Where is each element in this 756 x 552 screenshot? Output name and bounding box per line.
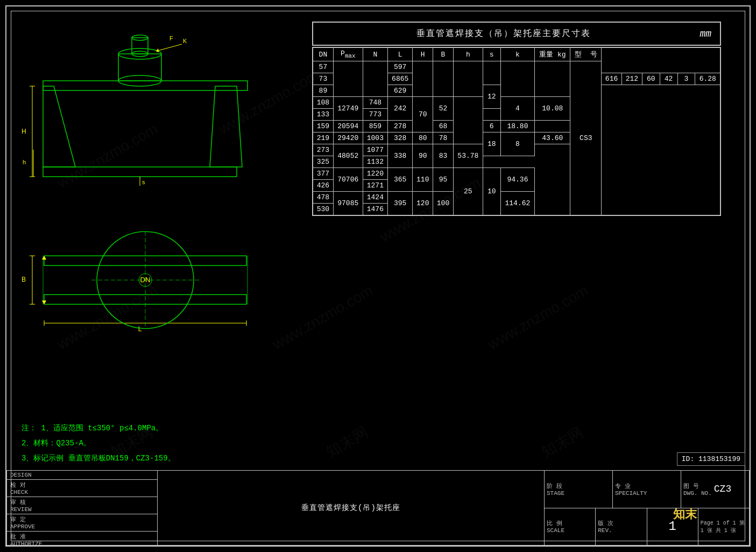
td-H3: 278 bbox=[388, 121, 413, 132]
td-H6: 365 bbox=[388, 168, 413, 192]
td-type: CS3 bbox=[570, 61, 602, 216]
td-pmax5: 48052 bbox=[333, 144, 363, 168]
td-l: 773 bbox=[363, 109, 387, 121]
td-k2: 4 bbox=[500, 97, 534, 121]
td-H4: 328 bbox=[388, 132, 413, 144]
tb-approve: 审 定APPROVE bbox=[7, 514, 157, 532]
td-H-val: 212 bbox=[621, 73, 642, 85]
tb-authorize: 批 准AUTHORIZE bbox=[7, 532, 157, 548]
table-row: 377 70706 1220 365 110 95 25 10 94.36 bbox=[313, 168, 720, 180]
table-row: 325 1132 bbox=[313, 156, 720, 168]
note-line1: 注： 1、适应范围 t≤350° p≤4.0MPa。 bbox=[22, 421, 175, 436]
tb-stage: 阶 段STAGE bbox=[545, 471, 613, 508]
td-h bbox=[453, 61, 483, 97]
td-s3 bbox=[453, 97, 483, 144]
td-k bbox=[500, 61, 534, 97]
td-B2: 70 bbox=[413, 97, 433, 132]
svg-text:L: L bbox=[138, 325, 142, 333]
td-h6: 95 bbox=[433, 168, 454, 192]
col-h-big: H bbox=[413, 47, 433, 61]
td-B7: 120 bbox=[413, 192, 433, 216]
tb-page-info: Page 1 of 1 第 1 张 共 1 张 bbox=[698, 508, 749, 546]
tb-specialty: 专 业SPECIALTY bbox=[613, 471, 681, 508]
td-k-val: 3 bbox=[677, 73, 695, 85]
table-area: 垂直管遮焊接支（吊）架托座主要尺寸表 mm DN Pmax N L H B h … bbox=[312, 22, 721, 216]
col-h-small: h bbox=[453, 47, 483, 61]
tb-rev: 版 次REV. bbox=[596, 508, 647, 546]
svg-text:K: K bbox=[183, 38, 187, 44]
col-l: L bbox=[388, 47, 413, 61]
td-dn: 426 bbox=[313, 180, 333, 192]
tb-right-top: 阶 段STAGE 专 业SPECIALTY 图 号DWG. NO. CZ3 bbox=[545, 471, 749, 508]
td-dn: 478 bbox=[313, 192, 333, 204]
notes-area: 注： 1、适应范围 t≤350° p≤4.0MPa。 2、材料：Q235-A。 … bbox=[22, 421, 175, 466]
td-pmax bbox=[333, 61, 363, 97]
td-dn: 89 bbox=[313, 85, 333, 97]
td-weight7: 114.62 bbox=[500, 192, 534, 216]
td-h-val: 42 bbox=[660, 73, 677, 85]
td-weight-val: 6.28 bbox=[695, 73, 720, 85]
svg-marker-39 bbox=[42, 256, 46, 260]
svg-text:H: H bbox=[22, 128, 26, 135]
table-unit: mm bbox=[700, 29, 711, 39]
td-B4: 80 bbox=[413, 132, 433, 144]
td-h5: 83 bbox=[433, 144, 454, 168]
td-pmax2: 12749 bbox=[333, 97, 363, 121]
data-table: DN Pmax N L H B h s k 重量 kg 型 号 57 597 C… bbox=[312, 47, 721, 216]
table-title: 垂直管遮焊接支（吊）架托座主要尺寸表 bbox=[313, 26, 694, 41]
td-dn: 159 bbox=[313, 121, 333, 132]
td-l: 1220 bbox=[363, 168, 387, 180]
td-l: 1271 bbox=[363, 180, 387, 192]
table-row: 159 20594 859 278 68 6 18.80 bbox=[313, 121, 720, 132]
td-l: 616 bbox=[602, 73, 622, 85]
col-type: 型 号 bbox=[570, 47, 602, 61]
td-s bbox=[483, 61, 500, 85]
td-dn: 73 bbox=[313, 73, 333, 85]
svg-line-11 bbox=[156, 44, 182, 51]
td-pmax6: 70706 bbox=[333, 168, 363, 192]
td-n-val: 6865 bbox=[388, 73, 413, 85]
td-l: 1424 bbox=[363, 192, 387, 204]
td-s5: 25 bbox=[453, 168, 483, 216]
td-k4: 8 bbox=[500, 132, 534, 156]
td-dn: 219 bbox=[313, 132, 333, 144]
svg-marker-1 bbox=[43, 86, 75, 167]
td-pmax3: 20594 bbox=[333, 121, 363, 132]
svg-text:F: F bbox=[169, 35, 173, 41]
td-l: 1003 bbox=[363, 132, 387, 144]
id-badge: ID: 1138153199 bbox=[677, 452, 745, 466]
svg-text:s: s bbox=[142, 179, 145, 185]
tb-drawing-title: 垂直管遮焊接支(吊)架托座 bbox=[158, 471, 545, 545]
td-l: 1132 bbox=[363, 156, 387, 168]
table-row: 57 597 CS3 bbox=[313, 61, 720, 73]
td-n bbox=[363, 61, 387, 97]
col-pmax: Pmax bbox=[333, 47, 363, 61]
td-h7: 100 bbox=[433, 192, 454, 216]
td-s2: 12 bbox=[483, 85, 500, 109]
svg-text:h: h bbox=[23, 159, 26, 165]
note-line3: 3、标记示例 垂直管吊板DN159，CZ3-159。 bbox=[22, 451, 175, 466]
col-b: B bbox=[433, 47, 454, 61]
col-dn: DN bbox=[313, 47, 333, 61]
table-row: 219 29420 1003 328 80 78 18 8 43.60 bbox=[313, 132, 720, 144]
title-block: DESIGN 检 对CHECK 审 核REVIEW 审 定APPROVE 批 准… bbox=[6, 470, 750, 546]
td-dn: 377 bbox=[313, 168, 333, 180]
td-l: 597 bbox=[388, 61, 413, 73]
svg-text:DN: DN bbox=[140, 276, 151, 284]
svg-marker-2 bbox=[210, 86, 242, 167]
td-k5: 10 bbox=[483, 168, 500, 216]
td-pmax4: 29420 bbox=[333, 132, 363, 144]
td-s4: 18 bbox=[483, 132, 500, 156]
td-l: 629 bbox=[388, 85, 413, 97]
table-row: 108 12749 748 242 70 52 4 10.08 bbox=[313, 97, 720, 109]
col-n: N bbox=[363, 47, 387, 61]
td-B bbox=[433, 61, 454, 97]
col-k: k bbox=[500, 47, 534, 61]
td-h4: 78 bbox=[433, 132, 454, 144]
tb-left: DESIGN 检 对CHECK 审 核REVIEW 审 定APPROVE 批 准… bbox=[7, 471, 158, 545]
td-B-val: 60 bbox=[642, 73, 660, 85]
td-dn: 530 bbox=[313, 204, 333, 216]
tb-right: 阶 段STAGE 专 业SPECIALTY 图 号DWG. NO. CZ3 比 … bbox=[545, 471, 749, 545]
td-dn: 325 bbox=[313, 156, 333, 168]
note-line2: 2、材料：Q235-A。 bbox=[22, 436, 175, 451]
